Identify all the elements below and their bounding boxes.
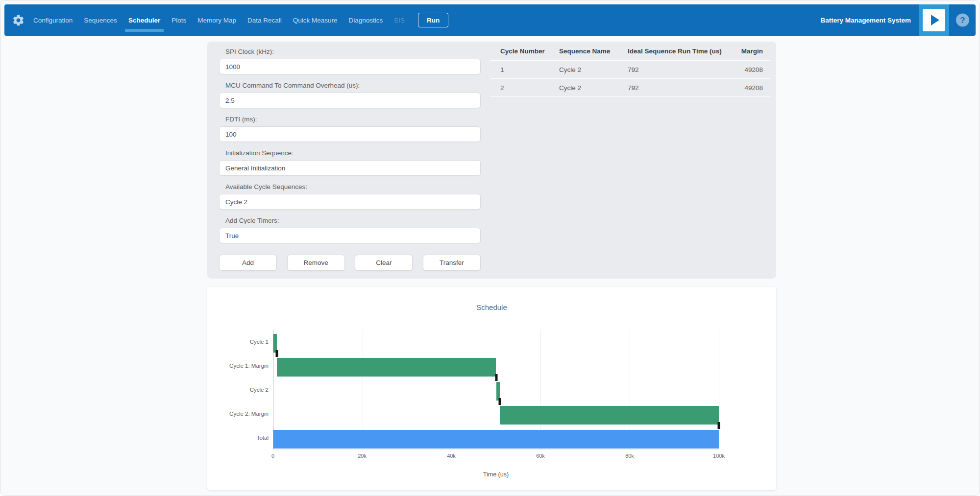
nav-item-sequences[interactable]: Sequences [84,14,117,27]
initialization-sequence-label: Initialization Sequence: [219,142,481,160]
mcu-command-to-command-overhead-us-field: MCU Command To Command Overhead (us): [219,74,481,108]
table-header-row: Cycle NumberSequence NameIdeal Sequence … [490,42,770,61]
transfer-button[interactable]: Transfer [423,255,481,271]
x-tick-label: 60k [536,453,545,459]
nav-item-diagnostics[interactable]: Diagnostics [349,14,383,27]
x-tick-label: 80k [625,453,634,459]
app-title: Battery Management System [820,17,911,24]
nav-item-plots[interactable]: Plots [172,14,186,27]
category-label-total: Total [257,435,269,441]
chart-bar-cycle-2-margin [500,406,719,425]
chart-marker [498,398,501,405]
nav-item-quick-measure[interactable]: Quick Measure [293,14,338,27]
category-label-cycle-2: Cycle 2 [250,387,269,393]
nav-item-configuration[interactable]: Configuration [33,14,73,27]
play-button[interactable] [923,9,945,31]
help-glyph: ? [960,15,965,25]
cell: Cycle 2 [559,84,628,92]
column-header-cycle-number: Cycle Number [500,47,559,55]
x-tick-label: 20k [358,453,367,459]
add-cycle-timers-field: Add Cycle Timers: [219,210,481,243]
spi-clock-khz-input[interactable] [219,59,481,74]
cell: 2 [500,84,559,92]
nav-item-scheduler[interactable]: Scheduler [128,14,160,27]
cell: 49208 [740,84,763,92]
scheduler-settings-panel: SPI Clock (kHz):MCU Command To Command O… [207,42,776,279]
available-cycle-sequences-label: Available Cycle Sequences: [219,176,481,194]
chart-marker [495,374,497,381]
mcu-command-to-command-overhead-us-label: MCU Command To Command Overhead (us): [219,74,481,93]
table-row[interactable]: 2Cycle 279249208 [490,79,770,97]
chart-marker [718,422,720,429]
nav-item-data-recall[interactable]: Data Recall [247,14,282,27]
fdti-ms-input[interactable] [219,126,481,142]
table-row[interactable]: 1Cycle 279249208 [490,61,770,79]
run-button[interactable]: Run [418,13,448,27]
clear-button[interactable]: Clear [355,255,413,271]
add-cycle-timers-input[interactable] [219,228,481,243]
cell: 1 [500,66,559,73]
add-button[interactable]: Add [219,255,277,271]
nav-menu: ConfigurationSequencesSchedulerPlotsMemo… [33,14,405,27]
help-icon[interactable]: ? [956,14,969,27]
schedule-plot [273,330,719,449]
category-label-cycle-1-margin: Cycle 1: Margin [229,363,269,369]
chart-title: Schedule [207,287,776,311]
play-icon [931,15,939,25]
chart-marker [276,350,278,357]
cell: 792 [628,84,740,92]
cell: 49208 [740,66,763,73]
scheduler-form: SPI Clock (kHz):MCU Command To Command O… [219,42,481,271]
app-window: ConfigurationSequencesSchedulerPlotsMemo… [0,0,980,496]
remove-button[interactable]: Remove [287,255,345,271]
category-label-cycle-2-margin: Cycle 2: Margin [229,411,269,417]
column-header-margin: Margin [740,47,763,55]
play-strip [919,4,949,36]
schedule-plot-wrap: Time (us) 020k40k60k80k100kCycle 1Cycle … [273,330,719,449]
fdti-ms-field: FDTI (ms): [219,108,481,142]
chart-gridline [719,330,719,449]
initialization-sequence-input[interactable] [219,160,481,176]
form-buttons-row: AddRemoveClearTransfer [219,255,481,271]
cell: 792 [628,66,740,73]
x-tick-label: 100k [713,453,725,459]
column-header-ideal-sequence-run-time-us: Ideal Sequence Run Time (us) [628,47,740,55]
mcu-command-to-command-overhead-us-input[interactable] [219,93,481,108]
x-axis-title: Time (us) [483,471,509,478]
x-tick-label: 0 [271,453,274,459]
top-navbar: ConfigurationSequencesSchedulerPlotsMemo… [4,4,976,36]
schedule-chart-card: Schedule Time (us) 020k40k60k80k100kCycl… [207,287,776,490]
nav-item-memory-map[interactable]: Memory Map [197,14,236,27]
cell: Cycle 2 [559,66,628,73]
add-cycle-timers-label: Add Cycle Timers: [219,210,481,228]
initialization-sequence-field: Initialization Sequence: [219,142,481,176]
fdti-ms-label: FDTI (ms): [219,108,481,126]
cycles-table: Cycle NumberSequence NameIdeal Sequence … [490,42,770,97]
x-tick-label: 40k [447,453,456,459]
chart-bar-cycle-1-margin [277,358,496,377]
column-header-sequence-name: Sequence Name [559,47,628,55]
spi-clock-khz-label: SPI Clock (kHz): [219,42,481,59]
nav-item-eis[interactable]: EIS [394,14,405,27]
chart-bar-total [273,430,719,449]
settings-gear-icon[interactable] [12,14,25,27]
available-cycle-sequences-field: Available Cycle Sequences: [219,176,481,210]
available-cycle-sequences-input[interactable] [219,194,481,210]
spi-clock-khz-field: SPI Clock (kHz): [219,42,481,74]
category-label-cycle-1: Cycle 1 [250,339,269,345]
